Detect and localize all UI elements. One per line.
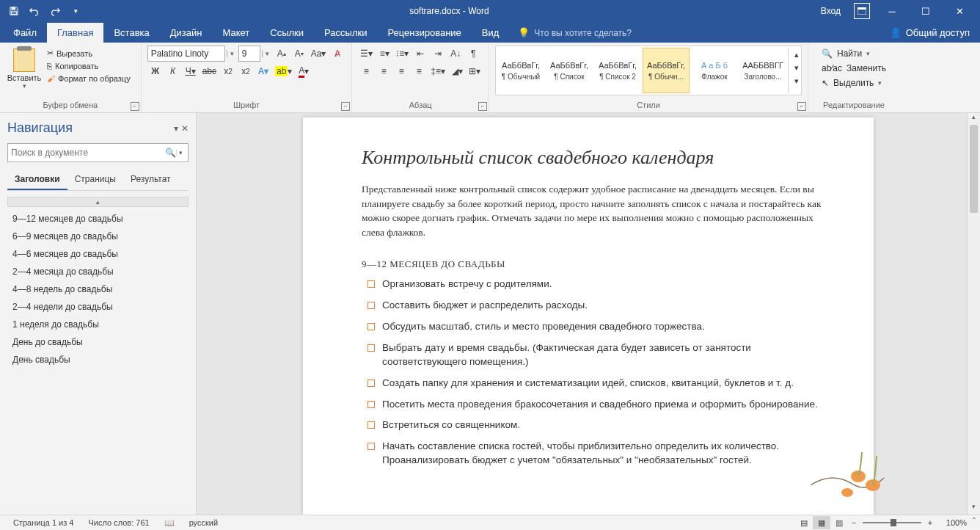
web-layout-icon[interactable]: ▥: [830, 516, 848, 529]
nav-item[interactable]: 6—9 месяцев до свадьбы: [7, 228, 189, 245]
highlight-icon[interactable]: ab▾: [273, 63, 294, 79]
paragraph-dialog-launcher[interactable]: ⌐: [478, 102, 487, 111]
shading-icon[interactable]: ◢▾: [449, 63, 465, 79]
checklist-item[interactable]: Создать папку для хранения и систематиза…: [362, 377, 827, 391]
document-page[interactable]: Контрольный список свадебного календаря …: [303, 117, 874, 515]
line-spacing-icon[interactable]: ‡≡▾: [428, 63, 447, 79]
align-right-icon[interactable]: ≡: [393, 63, 409, 79]
grow-font-icon[interactable]: A▴: [274, 46, 290, 62]
styles-scroll-up-icon[interactable]: ▴: [789, 48, 805, 61]
checkbox-icon[interactable]: [368, 401, 375, 408]
style-normal[interactable]: АаБбВвГг,¶ Обычный: [497, 48, 544, 93]
zoom-percent[interactable]: 100%: [939, 518, 974, 527]
vertical-scrollbar[interactable]: ▴ ▾: [967, 113, 980, 515]
style-list[interactable]: АаБбВвГг,¶ Список: [546, 48, 593, 93]
clear-formatting-icon[interactable]: A̷: [329, 46, 345, 62]
font-name-combo[interactable]: Palatino Linoty: [147, 46, 225, 62]
word-count[interactable]: Число слов: 761: [81, 518, 156, 527]
page-status[interactable]: Страница 1 из 4: [6, 518, 81, 527]
paste-button[interactable]: Вставить ▾: [6, 46, 43, 101]
zoom-out-icon[interactable]: −: [848, 518, 860, 527]
zoom-in-icon[interactable]: +: [924, 518, 936, 527]
font-color-icon[interactable]: A▾: [296, 63, 312, 79]
replace-button[interactable]: ab⁄acЗаменить: [819, 62, 889, 75]
align-center-icon[interactable]: ≡: [376, 63, 392, 79]
underline-icon[interactable]: Ч▾: [183, 63, 199, 79]
style-normal2[interactable]: АаБбВвГг,¶ Обычн...: [643, 48, 690, 93]
scroll-thumb[interactable]: [970, 125, 978, 213]
increase-indent-icon[interactable]: ⇥: [430, 46, 446, 62]
read-mode-icon[interactable]: ▤: [795, 516, 813, 529]
format-painter-button[interactable]: 🖌Формат по образцу: [44, 73, 134, 84]
clipboard-dialog-launcher[interactable]: ⌐: [131, 102, 139, 111]
copy-button[interactable]: ⎘Копировать: [44, 60, 134, 72]
text-effects-icon[interactable]: A▾: [255, 63, 271, 79]
scroll-up-icon[interactable]: ▴: [968, 113, 980, 125]
tab-insert[interactable]: Вставка: [103, 23, 159, 43]
ribbon-display-icon[interactable]: [854, 3, 870, 19]
spell-check-icon[interactable]: 📖: [157, 518, 182, 528]
search-icon[interactable]: 🔍: [164, 148, 176, 158]
checkbox-icon[interactable]: [368, 323, 375, 330]
shrink-font-icon[interactable]: A▾: [291, 46, 307, 62]
tab-file[interactable]: Файл: [3, 23, 47, 43]
tab-layout[interactable]: Макет: [212, 23, 260, 43]
checkbox-icon[interactable]: [368, 421, 375, 429]
zoom-slider-thumb[interactable]: [891, 519, 896, 526]
tab-mailings[interactable]: Рассылки: [314, 23, 377, 43]
nav-item[interactable]: День до свадьбы: [7, 333, 189, 351]
font-size-combo[interactable]: 9: [238, 46, 260, 62]
justify-icon[interactable]: ≡: [411, 63, 427, 79]
print-layout-icon[interactable]: ▦: [813, 516, 830, 529]
borders-icon[interactable]: ⊞▾: [467, 63, 483, 79]
italic-icon[interactable]: К: [165, 63, 181, 79]
nav-item[interactable]: 4—8 недель до свадьбы: [7, 280, 189, 298]
nav-item[interactable]: 4—6 месяцев до свадьбы: [7, 245, 189, 263]
bullets-icon[interactable]: ☰▾: [358, 46, 375, 62]
checkbox-icon[interactable]: [368, 302, 375, 309]
tab-references[interactable]: Ссылки: [260, 23, 314, 43]
strikethrough-icon[interactable]: abc: [200, 63, 219, 79]
nav-jump-top[interactable]: ▴: [7, 197, 189, 207]
style-checkbox[interactable]: А а Б бФлажок: [691, 48, 738, 93]
show-marks-icon[interactable]: ¶: [465, 46, 481, 62]
tab-review[interactable]: Рецензирование: [377, 23, 471, 43]
checklist-item[interactable]: Обсудить масштаб, стиль и место проведен…: [362, 320, 827, 334]
checklist-item[interactable]: Встретиться со священником.: [362, 418, 827, 432]
minimize-icon[interactable]: ─: [876, 0, 908, 22]
nav-item[interactable]: 2—4 недели до свадьбы: [7, 298, 189, 316]
font-name-dropdown-icon[interactable]: ▾: [227, 50, 237, 57]
align-left-icon[interactable]: ≡: [358, 63, 374, 79]
nav-item[interactable]: 2—4 месяца до свадьбы: [7, 263, 189, 280]
close-icon[interactable]: ✕: [943, 0, 976, 22]
zoom-slider[interactable]: [863, 522, 921, 523]
tab-home[interactable]: Главная: [47, 23, 103, 43]
checklist-item[interactable]: Выбрать дату и время свадьбы. (Фактическ…: [362, 341, 827, 369]
tab-view[interactable]: Вид: [472, 23, 510, 43]
nav-search-box[interactable]: 🔍 ▾: [7, 143, 189, 162]
checklist-item[interactable]: Посетить места проведения бракосочетания…: [362, 398, 827, 412]
nav-tab-pages[interactable]: Страницы: [67, 170, 123, 190]
styles-scroll-down-icon[interactable]: ▾: [789, 61, 805, 74]
nav-item[interactable]: День свадьбы: [7, 351, 189, 369]
nav-dropdown-icon[interactable]: ▾: [174, 123, 178, 134]
styles-dialog-launcher[interactable]: ⌐: [797, 102, 806, 111]
nav-close-icon[interactable]: ✕: [181, 123, 189, 134]
checklist-item[interactable]: Организовать встречу с родителями.: [362, 277, 827, 291]
checkbox-icon[interactable]: [368, 380, 375, 387]
styles-more-icon[interactable]: ▾: [789, 74, 805, 87]
checklist-item[interactable]: Начать составление списка гостей, чтобы …: [362, 440, 827, 468]
multilevel-list-icon[interactable]: ⁝≡▾: [394, 46, 411, 62]
search-dropdown-icon[interactable]: ▾: [176, 149, 185, 156]
checkbox-icon[interactable]: [368, 280, 375, 288]
sort-icon[interactable]: A↓: [447, 46, 464, 62]
signin-button[interactable]: Вход: [813, 6, 848, 16]
nav-tab-results[interactable]: Результат: [123, 170, 178, 190]
find-button[interactable]: 🔍Найти▾: [819, 47, 889, 60]
superscript-icon[interactable]: x2: [238, 63, 254, 79]
font-size-dropdown-icon[interactable]: ▾: [262, 50, 272, 57]
nav-item[interactable]: 9—12 месяцев до свадьбы: [7, 210, 189, 228]
language-status[interactable]: русский: [182, 518, 225, 527]
redo-icon[interactable]: [45, 2, 65, 20]
decrease-indent-icon[interactable]: ⇤: [412, 46, 428, 62]
